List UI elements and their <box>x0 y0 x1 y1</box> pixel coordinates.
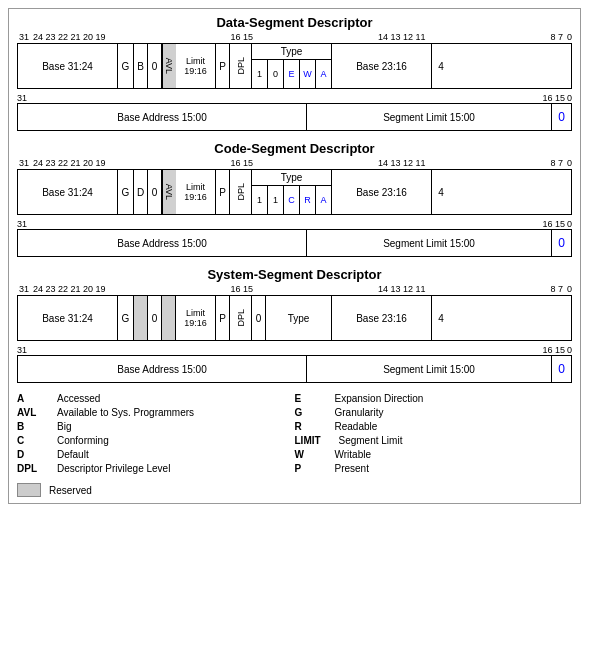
data-p: P <box>216 44 230 88</box>
system-segment-title: System-Segment Descriptor <box>17 267 572 282</box>
legend-desc-p: Present <box>335 463 369 474</box>
code-addr-limit: Segment Limit 15:00 <box>307 229 552 257</box>
reserved-legend: Reserved <box>17 483 572 497</box>
legend-abbr-g: G <box>295 407 335 418</box>
reserved-label: Reserved <box>49 485 92 496</box>
legend-row-a: A Accessed <box>17 393 295 404</box>
legend-row-r: R Readable <box>295 421 573 432</box>
legend-desc-d: Default <box>57 449 89 460</box>
sys-reserved-2 <box>162 296 176 340</box>
sys-addr-base: Base Address 15:00 <box>17 355 307 383</box>
data-segment-title: Data-Segment Descriptor <box>17 15 572 30</box>
code-type-area: Type 1 1 C R A <box>252 170 332 214</box>
sys-addr-limit: Segment Limit 15:00 <box>307 355 552 383</box>
legend-desc-a: Accessed <box>57 393 100 404</box>
legend-desc-c: Conforming <box>57 435 109 446</box>
code-segment-title: Code-Segment Descriptor <box>17 141 572 156</box>
legend-desc-g: Granularity <box>335 407 384 418</box>
code-type-bits: 1 1 C R A <box>252 186 331 214</box>
data-0: 0 <box>148 44 162 88</box>
data-addr-base: Base Address 15:00 <box>17 103 307 131</box>
data-cell-4: 4 <box>432 44 450 88</box>
legend-abbr-avl: AVL <box>17 407 57 418</box>
data-type-bit-e: E <box>284 60 300 88</box>
data-type-bit-a: A <box>316 60 331 88</box>
legend-row-d: D Default <box>17 449 295 460</box>
code-addr-row: Base Address 15:00 Segment Limit 15:00 0 <box>17 229 572 257</box>
data-b: B <box>134 44 148 88</box>
data-type-label: Type <box>252 44 331 60</box>
legend-row-w: W Writable <box>295 449 573 460</box>
sys-limit: Limit 19:16 <box>176 296 216 340</box>
legend-row-p: P Present <box>295 463 573 474</box>
code-segment-descriptor-row: Base 31:24 G D 0 AVL Limit 19:16 P DPL T… <box>17 169 572 215</box>
legend-abbr-r: R <box>295 421 335 432</box>
sys-addr-num: 0 <box>552 355 572 383</box>
data-type-area: Type 1 0 E W A <box>252 44 332 88</box>
code-segment-block: Code-Segment Descriptor 31 24 23 22 21 2… <box>17 141 572 257</box>
legend-abbr-w: W <box>295 449 335 460</box>
data-segment-block: Data-Segment Descriptor 31 24 23 22 21 2… <box>17 15 572 131</box>
sys-addr-row: Base Address 15:00 Segment Limit 15:00 0 <box>17 355 572 383</box>
code-type-bit-a: A <box>316 186 331 214</box>
code-type-bit-0: 1 <box>252 186 268 214</box>
code-limit: Limit 19:16 <box>176 170 216 214</box>
sys-dpl: DPL <box>230 296 252 340</box>
sys-0: 0 <box>148 296 162 340</box>
data-base-high: Base 31:24 <box>18 44 118 88</box>
legend-abbr-a: A <box>17 393 57 404</box>
data-dpl: DPL <box>230 44 252 88</box>
reserved-swatch <box>17 483 41 497</box>
sys-g: G <box>118 296 134 340</box>
code-d: D <box>134 170 148 214</box>
legend-abbr-c: C <box>17 435 57 446</box>
code-base-low: Base 23:16 <box>332 170 432 214</box>
sys-cell-4: 4 <box>432 296 450 340</box>
legend-desc-e: Expansion Direction <box>335 393 424 404</box>
code-0: 0 <box>148 170 162 214</box>
legend-abbr-p: P <box>295 463 335 474</box>
legend-abbr-limit: LIMIT <box>295 435 339 446</box>
legend-abbr-e: E <box>295 393 335 404</box>
legend-row-dpl: DPL Descriptor Privilege Level <box>17 463 295 474</box>
code-type-bit-r: R <box>300 186 316 214</box>
legend-left: A Accessed AVL Available to Sys. Program… <box>17 393 295 477</box>
data-avl: AVL <box>162 44 176 88</box>
data-type-bits: 1 0 E W A <box>252 60 331 88</box>
legend-desc-r: Readable <box>335 421 378 432</box>
code-type-bit-c: C <box>284 186 300 214</box>
code-addr-base: Base Address 15:00 <box>17 229 307 257</box>
system-segment-block: System-Segment Descriptor 31 24 23 22 21… <box>17 267 572 383</box>
code-type-bit-1: 1 <box>268 186 284 214</box>
legend-desc-b: Big <box>57 421 71 432</box>
legend-desc-limit: Segment Limit <box>339 435 403 446</box>
data-addr-limit: Segment Limit 15:00 <box>307 103 552 131</box>
data-type-bit-w: W <box>300 60 316 88</box>
code-cell-4: 4 <box>432 170 450 214</box>
code-type-label: Type <box>252 170 331 186</box>
code-p: P <box>216 170 230 214</box>
sys-0b: 0 <box>252 296 266 340</box>
data-limit: Limit 19:16 <box>176 44 216 88</box>
sys-p: P <box>216 296 230 340</box>
legend-desc-avl: Available to Sys. Programmers <box>57 407 194 418</box>
code-base-high: Base 31:24 <box>18 170 118 214</box>
data-g: G <box>118 44 134 88</box>
code-dpl: DPL <box>230 170 252 214</box>
sys-type-label: Type <box>266 296 332 340</box>
data-segment-descriptor-row: Base 31:24 G B 0 AVL Limit 19:16 P DPL T… <box>17 43 572 89</box>
sys-base-low: Base 23:16 <box>332 296 432 340</box>
legend-row-avl: AVL Available to Sys. Programmers <box>17 407 295 418</box>
sys-reserved-1 <box>134 296 148 340</box>
data-type-bit-0: 1 <box>252 60 268 88</box>
legend-row-c: C Conforming <box>17 435 295 446</box>
legend-row-limit: LIMIT Segment Limit <box>295 435 573 446</box>
page-container: Data-Segment Descriptor 31 24 23 22 21 2… <box>8 8 581 504</box>
legend-row-e: E Expansion Direction <box>295 393 573 404</box>
code-avl: AVL <box>162 170 176 214</box>
legend-right: E Expansion Direction G Granularity R Re… <box>295 393 573 477</box>
data-addr-row: Base Address 15:00 Segment Limit 15:00 0 <box>17 103 572 131</box>
data-type-bit-1: 0 <box>268 60 284 88</box>
data-addr-inner: Base Address 15:00 Segment Limit 15:00 <box>17 103 552 131</box>
data-base-low: Base 23:16 <box>332 44 432 88</box>
